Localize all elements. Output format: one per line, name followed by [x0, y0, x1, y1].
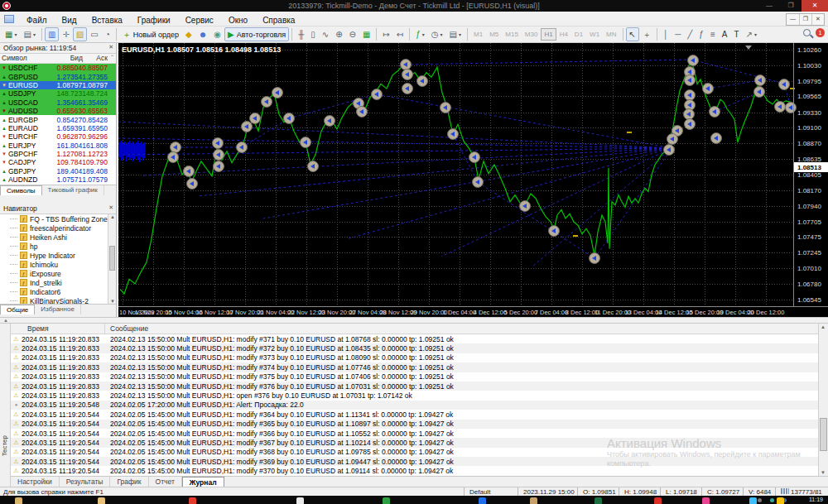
menu-Файл[interactable]: Файл	[19, 14, 55, 26]
journal-row[interactable]: ⚠2024.03.15 11:19:20.8332024.02.13 15:50…	[11, 362, 818, 372]
tester-tab-Отчет[interactable]: Отчет	[149, 477, 182, 487]
chart-canvas[interactable]: 1.102601.100301.097951.095651.093301.091…	[118, 43, 828, 317]
navigator-item-Hype Indicator[interactable]: ƒHype Indicator	[0, 251, 116, 260]
market-watch-row-EURUSD[interactable]: ▼EURUSD1.087971.08797	[0, 81, 116, 89]
tester-tab-Настройки[interactable]: Настройки	[11, 477, 60, 487]
market-watch-row-CADJPY[interactable]: ▼CADJPY109.784109.790	[0, 158, 116, 166]
crosshair-tool[interactable]: ＋	[639, 27, 654, 41]
taskbar-app-edge-icon[interactable]	[749, 497, 757, 504]
bars-chart-type-button[interactable]: ╫	[295, 27, 307, 41]
autotrading-button[interactable]: ▶Авто-торговля	[224, 27, 289, 41]
market-watch-row-AUDNZD[interactable]: ▲AUDNZD1.075711.07579	[0, 175, 116, 184]
journal-row[interactable]: ⚠2024.03.15 11:19:20.8332024.02.13 15:50…	[11, 334, 818, 343]
timeframe-H4[interactable]: H4	[556, 28, 571, 41]
navigator-item-Ichimoku[interactable]: ƒIchimoku	[0, 260, 116, 269]
tile-windows-button[interactable]: ▦	[359, 27, 373, 41]
experts-icon[interactable]: ☻	[195, 27, 211, 41]
timeframe-M1[interactable]: M1	[470, 28, 486, 41]
periods-button[interactable]: ◷▾	[428, 27, 446, 41]
tester-toggle[interactable]: ◔	[102, 27, 113, 41]
autoscroll-button[interactable]: ↦	[379, 27, 392, 41]
hline-tool[interactable]: ─	[672, 27, 684, 41]
market-watch-row-EURGBP[interactable]: ▲EURGBP0.854270.85428	[0, 115, 116, 123]
terminal-toggle[interactable]: ▭	[87, 27, 101, 41]
candles-chart-type-button[interactable]: ▯	[307, 27, 319, 41]
journal-row[interactable]: ⚠2024.03.15 11:19:20.5442024.02.05 15:45…	[11, 410, 818, 419]
new-chart-button[interactable]: ▦▾	[2, 27, 20, 41]
navigator-item-FQ - TBS Buffering Zones-[interactable]: ƒFQ - TBS Buffering Zones-	[0, 214, 116, 223]
tester-tab-График[interactable]: График	[110, 477, 148, 487]
journal-row[interactable]: ⚠2024.03.15 11:19:20.5442024.02.05 15:45…	[11, 438, 818, 447]
market-watch-row-EURAUD[interactable]: ▲EURAUD1.659391.65950	[0, 124, 116, 132]
market-watch-row-GBPCHF[interactable]: ▼GBPCHF1.127081.12723	[0, 150, 116, 158]
timeframe-M5[interactable]: M5	[486, 28, 502, 41]
journal-row[interactable]: ⚠2024.03.15 11:19:20.5442024.02.05 15:45…	[11, 429, 818, 438]
tester-tab-Результаты[interactable]: Результаты	[60, 477, 111, 487]
menu-Сервис[interactable]: Сервис	[178, 14, 221, 26]
timeframe-D1[interactable]: D1	[571, 28, 586, 41]
navigator-item-hp[interactable]: ƒhp	[0, 242, 116, 251]
chevron-down-icon[interactable]: ▾	[14, 31, 17, 37]
taskbar-app-red1-icon[interactable]	[654, 497, 662, 504]
journal-row[interactable]: ⚠2024.03.15 11:19:20.8332024.02.13 15:50…	[11, 343, 818, 353]
timeframe-MN[interactable]: MN	[603, 28, 619, 41]
notification-badge[interactable]: 1	[816, 28, 825, 37]
col-symbol[interactable]: Символ	[2, 54, 48, 63]
journal-row[interactable]: ⚠2024.03.15 11:19:20.8332024.02.13 15:50…	[11, 382, 818, 391]
navigator-item-Indicator6[interactable]: ƒIndicator6	[0, 287, 116, 296]
timeframe-M15[interactable]: M15	[502, 28, 522, 41]
arrows-tool[interactable]: ↗▾	[743, 27, 760, 41]
market-watch-row-USDCHF[interactable]: ▼USDCHF0.885040.88507	[0, 64, 116, 72]
timeframe-M30[interactable]: M30	[522, 28, 542, 41]
navigator-item-Heiken Ashi[interactable]: ƒHeiken Ashi	[0, 233, 116, 242]
news-icon[interactable]: ◉	[210, 27, 224, 41]
scripts-icon[interactable]: ◆	[182, 27, 195, 41]
journal-row[interactable]: ⚠2024.03.15 11:19:20.5442024.02.05 15:45…	[11, 457, 818, 466]
label-tool[interactable]: T	[730, 27, 742, 41]
chevron-down-icon[interactable]: ▾	[459, 31, 461, 37]
menu-Справка[interactable]: Справка	[255, 14, 302, 26]
journal-col-message[interactable]: Сообщение	[105, 324, 818, 334]
navigator-item-iExposure[interactable]: ƒiExposure	[0, 269, 116, 278]
templates-button[interactable]: ▤▾	[446, 27, 465, 41]
journal-row[interactable]: ⚠2024.03.15 11:19:20.5442024.02.05 15:45…	[11, 448, 818, 457]
journal-row[interactable]: ⚠2024.03.15 11:19:20.5442024.02.05 15:45…	[11, 466, 818, 475]
market-watch-row-EURJPY[interactable]: ▲EURJPY161.804161.808	[0, 142, 116, 150]
market-watch-row-GBPUSD[interactable]: ▲GBPUSD1.273541.27355	[0, 72, 116, 80]
child-minimize-button[interactable]: —	[787, 14, 799, 25]
journal-scroll-thumb[interactable]	[820, 418, 827, 451]
child-close-button[interactable]: ✕	[811, 14, 824, 25]
taskbar-app-explorer-icon[interactable]	[15, 497, 22, 504]
journal-row[interactable]: ⚠2024.03.15 11:19:20.8332024.02.13 15:50…	[11, 353, 818, 362]
tester-tab-Журнал[interactable]: Журнал	[182, 477, 224, 487]
menu-Вид[interactable]: Вид	[55, 14, 84, 26]
search-icon[interactable]	[803, 29, 811, 36]
sort-icon[interactable]: ⌃	[110, 54, 114, 60]
market-watch-close-icon[interactable]: ✕	[108, 44, 113, 50]
market-watch-row-AUDUSD[interactable]: ▼AUDUSD0.655630.65563	[0, 107, 116, 115]
new-order-button[interactable]: ＋Новый ордер	[119, 27, 182, 41]
child-restore-button[interactable]: ❐	[799, 14, 811, 25]
journal-row[interactable]: ●2024.03.15 11:19:20.5482024.02.05 17:20…	[11, 401, 818, 410]
market-watch-tab-Символы[interactable]: Символы	[0, 185, 42, 195]
vline-tool[interactable]: │	[660, 27, 672, 41]
chart-shift-button[interactable]: ↤	[393, 27, 407, 41]
maximize-button[interactable]: ❐	[780, 0, 802, 12]
journal-col-time[interactable]: Время	[11, 324, 105, 334]
menu-Графики[interactable]: Графики	[130, 14, 178, 26]
timeframe-H1[interactable]: H1	[541, 28, 556, 41]
col-bid[interactable]: Бид	[48, 54, 83, 63]
indicators-button[interactable]: ƒ▾	[412, 27, 428, 41]
navigator-item-freescalperindicator[interactable]: ƒfreescalperindicator	[0, 223, 116, 233]
profiles-button[interactable]: ▤▾	[20, 27, 38, 41]
chevron-down-icon[interactable]: ▾	[422, 31, 425, 37]
taskbar-app-excel-icon[interactable]	[595, 497, 602, 504]
navigator-item-Ind_strelki[interactable]: ƒInd_strelki	[0, 278, 116, 287]
close-button[interactable]: ✕	[802, 0, 828, 12]
chevron-down-icon[interactable]: ▾	[33, 31, 36, 37]
taskbar-app-opera-icon[interactable]	[189, 497, 196, 504]
taskbar-app-yellow-icon[interactable]	[777, 497, 784, 504]
market-watch-tab-Тиковый график[interactable]: Тиковый график	[42, 185, 104, 195]
trendline-tool[interactable]: ╱	[684, 27, 696, 41]
navigator-tab-Избранное[interactable]: Избранное	[35, 305, 81, 314]
